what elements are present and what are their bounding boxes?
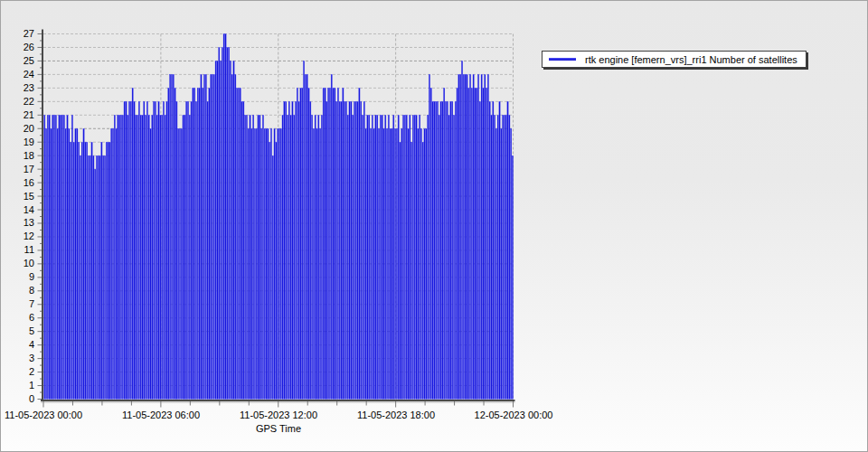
- bar: [308, 88, 309, 399]
- bar: [44, 115, 45, 399]
- legend-box[interactable]: rtk engine [femern_vrs]_rri1 Number of s…: [542, 51, 807, 68]
- bar: [215, 61, 216, 399]
- bar: [325, 88, 326, 399]
- y-tick-label: 8: [29, 285, 34, 296]
- bar: [401, 128, 402, 399]
- bar: [365, 128, 366, 399]
- bar: [363, 101, 364, 399]
- bar: [108, 142, 108, 399]
- bar: [303, 61, 304, 399]
- bar: [419, 115, 420, 399]
- y-tick-label: 16: [24, 177, 34, 188]
- bar: [119, 115, 120, 399]
- satellite-count-chart: 0123456789101112131415161718192021222324…: [1, 1, 868, 452]
- bar: [475, 88, 476, 399]
- bar: [197, 88, 198, 399]
- bar: [377, 115, 378, 399]
- bar: [111, 128, 112, 399]
- bar: [282, 115, 283, 399]
- bar: [227, 47, 228, 399]
- y-tick-label: 6: [29, 312, 34, 323]
- chart-window: 0123456789101112131415161718192021222324…: [0, 0, 868, 452]
- bar: [80, 155, 80, 399]
- bar: [130, 101, 131, 399]
- y-tick-label: 21: [24, 109, 34, 120]
- bar: [487, 74, 488, 399]
- y-tick-label: 13: [24, 217, 34, 228]
- bar: [264, 128, 265, 399]
- bar: [287, 115, 288, 399]
- bar: [385, 115, 386, 399]
- bar: [307, 74, 307, 399]
- bar: [486, 88, 486, 399]
- bar: [326, 101, 327, 399]
- y-tick-label: 2: [29, 366, 34, 377]
- bar: [116, 128, 117, 399]
- bar: [103, 155, 104, 399]
- bar: [510, 128, 511, 399]
- bar: [148, 115, 149, 399]
- bar: [383, 128, 384, 399]
- bar: [493, 101, 494, 399]
- bar: [367, 115, 368, 399]
- y-tick-label: 10: [24, 258, 34, 268]
- bar: [256, 128, 257, 399]
- bar: [194, 88, 195, 399]
- bar: [236, 88, 237, 399]
- bar: [209, 88, 210, 399]
- bar: [335, 88, 335, 399]
- bar: [173, 74, 174, 399]
- bar: [507, 101, 508, 399]
- bar: [53, 115, 54, 399]
- bar: [341, 101, 342, 399]
- bar: [205, 74, 206, 399]
- bar: [390, 128, 391, 399]
- bar: [52, 115, 53, 399]
- bar: [186, 101, 187, 399]
- y-tick-label: 5: [29, 325, 34, 336]
- bar: [463, 74, 464, 399]
- bar: [329, 88, 330, 399]
- bar: [104, 155, 105, 399]
- bar: [432, 101, 433, 399]
- bar: [505, 115, 506, 399]
- bar: [67, 115, 68, 399]
- bar: [132, 88, 133, 399]
- bar: [217, 61, 218, 399]
- bar: [457, 88, 458, 399]
- bar: [77, 128, 78, 399]
- bar: [59, 115, 60, 399]
- bar: [434, 101, 435, 399]
- bar: [219, 47, 220, 399]
- bar: [101, 142, 102, 399]
- y-tick-label: 18: [24, 150, 34, 161]
- bar: [437, 101, 438, 399]
- bar: [155, 101, 156, 399]
- y-tick-label: 25: [24, 55, 34, 66]
- bar: [91, 142, 92, 399]
- bar: [87, 142, 88, 399]
- bar: [354, 101, 354, 399]
- bar: [424, 128, 425, 399]
- bar: [442, 101, 443, 399]
- bar: [266, 128, 267, 399]
- bar: [302, 88, 303, 399]
- bar: [161, 115, 162, 399]
- x-tick-label: 11-05-2023 06:00: [122, 410, 200, 420]
- bar: [75, 128, 76, 399]
- bar: [262, 115, 263, 399]
- bar: [163, 101, 164, 399]
- bar: [187, 101, 188, 399]
- bar: [252, 115, 253, 399]
- bar: [323, 88, 324, 399]
- bar: [294, 115, 295, 399]
- bar: [382, 115, 382, 399]
- bar: [353, 115, 354, 399]
- bar: [145, 115, 146, 399]
- bar: [137, 115, 137, 399]
- bar: [468, 88, 469, 399]
- bar: [278, 128, 279, 399]
- bar: [378, 128, 379, 399]
- bar: [61, 115, 61, 399]
- y-tick-label: 7: [29, 298, 34, 309]
